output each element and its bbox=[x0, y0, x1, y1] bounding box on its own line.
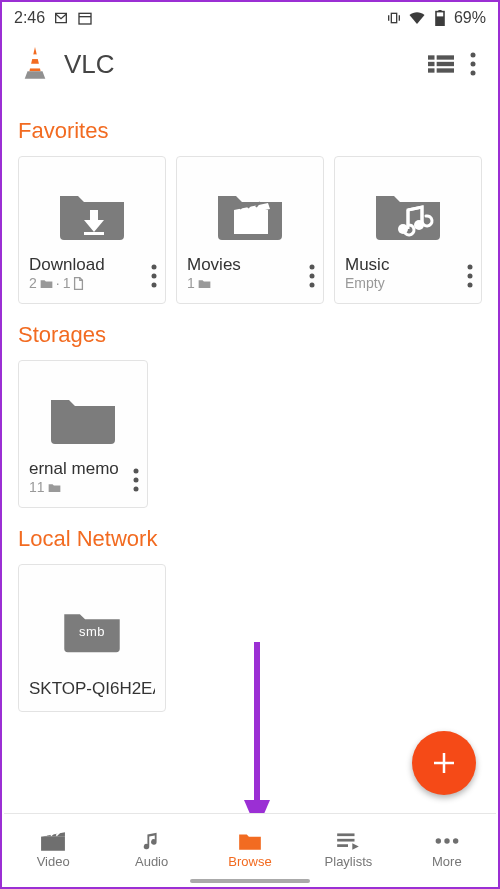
svg-point-22 bbox=[152, 265, 157, 270]
storages-row: ernal memo 11 bbox=[18, 360, 482, 508]
app-bar: VLC bbox=[2, 34, 498, 94]
svg-rect-49 bbox=[338, 833, 355, 836]
svg-point-32 bbox=[310, 283, 315, 288]
music-note-icon bbox=[139, 830, 165, 852]
calendar-icon bbox=[77, 10, 93, 26]
more-vertical-icon bbox=[309, 264, 315, 288]
card-subtitle: Empty bbox=[345, 275, 471, 291]
svg-rect-2 bbox=[391, 13, 396, 22]
storage-internal[interactable]: ernal memo 11 bbox=[18, 360, 148, 508]
clapper-icon bbox=[40, 830, 66, 852]
svg-marker-52 bbox=[353, 843, 360, 850]
folder-icon bbox=[47, 386, 119, 446]
network-share[interactable]: smb SKTOP-QI6H2EA bbox=[18, 564, 166, 712]
svg-rect-10 bbox=[30, 64, 40, 69]
svg-point-24 bbox=[152, 283, 157, 288]
nav-video[interactable]: Video bbox=[4, 814, 102, 885]
gesture-indicator bbox=[190, 879, 310, 883]
svg-rect-44 bbox=[41, 837, 65, 851]
favorite-music[interactable]: Music Empty bbox=[334, 156, 482, 304]
nav-audio[interactable]: Audio bbox=[102, 814, 200, 885]
nav-label: Playlists bbox=[325, 854, 373, 869]
card-subtitle: 11 bbox=[29, 479, 137, 495]
battery-icon bbox=[432, 10, 448, 26]
svg-point-39 bbox=[134, 469, 139, 474]
playlist-icon bbox=[335, 830, 361, 852]
more-vertical-icon bbox=[151, 264, 157, 288]
svg-rect-14 bbox=[428, 62, 435, 66]
favorites-row: Download 2 · 1 bbox=[18, 156, 482, 304]
svg-point-54 bbox=[444, 838, 449, 843]
card-label: SKTOP-QI6H2EA bbox=[29, 679, 155, 699]
svg-point-36 bbox=[468, 265, 473, 270]
card-more-button[interactable] bbox=[145, 258, 163, 297]
favorite-movies[interactable]: Movies 1 bbox=[176, 156, 324, 304]
card-label: Movies bbox=[187, 255, 313, 275]
app-title: VLC bbox=[64, 49, 115, 80]
section-favorites-title: Favorites bbox=[18, 118, 482, 144]
nav-more[interactable]: More bbox=[398, 814, 496, 885]
bottom-nav: Video Audio Browse Playlists More bbox=[4, 813, 496, 885]
vibrate-icon bbox=[386, 10, 402, 26]
network-protocol-label: smb bbox=[79, 624, 105, 639]
svg-marker-11 bbox=[25, 72, 46, 80]
gmail-icon bbox=[53, 10, 69, 26]
svg-rect-21 bbox=[84, 232, 104, 235]
view-toggle-button[interactable] bbox=[420, 45, 462, 83]
more-vertical-icon bbox=[133, 468, 139, 492]
status-battery: 69% bbox=[454, 9, 486, 27]
card-more-button[interactable] bbox=[127, 462, 145, 501]
card-subtitle: 2 · 1 bbox=[29, 275, 155, 291]
network-row: smb SKTOP-QI6H2EA bbox=[18, 564, 482, 712]
section-storages-title: Storages bbox=[18, 322, 482, 348]
more-horizontal-icon bbox=[434, 830, 460, 852]
nav-browse[interactable]: Browse bbox=[201, 814, 299, 885]
svg-point-55 bbox=[453, 838, 458, 843]
svg-rect-0 bbox=[79, 13, 91, 24]
svg-point-20 bbox=[471, 71, 476, 76]
card-label: ernal memo bbox=[29, 459, 137, 479]
svg-rect-9 bbox=[31, 55, 39, 60]
svg-point-31 bbox=[310, 274, 315, 279]
svg-rect-13 bbox=[437, 55, 454, 59]
svg-point-37 bbox=[468, 274, 473, 279]
svg-point-38 bbox=[468, 283, 473, 288]
svg-rect-7 bbox=[436, 16, 444, 25]
svg-point-41 bbox=[134, 487, 139, 492]
card-subtitle: 1 bbox=[187, 275, 313, 291]
nav-label: Browse bbox=[228, 854, 271, 869]
svg-rect-16 bbox=[428, 68, 435, 72]
svg-point-23 bbox=[152, 274, 157, 279]
section-network-title: Local Network bbox=[18, 526, 482, 552]
folder-music-icon bbox=[372, 182, 444, 242]
fab-add-button[interactable] bbox=[412, 731, 476, 795]
status-bar: 2:46 69% bbox=[2, 2, 498, 34]
favorite-download[interactable]: Download 2 · 1 bbox=[18, 156, 166, 304]
svg-rect-17 bbox=[437, 68, 454, 72]
nav-label: Video bbox=[37, 854, 70, 869]
card-label: Music bbox=[345, 255, 471, 275]
svg-rect-51 bbox=[338, 844, 349, 847]
more-options-button[interactable] bbox=[462, 44, 484, 84]
svg-rect-6 bbox=[438, 10, 441, 12]
svg-point-18 bbox=[471, 53, 476, 58]
svg-point-19 bbox=[471, 62, 476, 67]
more-vertical-icon bbox=[467, 264, 473, 288]
folder-icon bbox=[237, 830, 263, 852]
svg-line-46 bbox=[46, 832, 49, 835]
svg-rect-15 bbox=[437, 62, 454, 66]
vlc-logo-icon bbox=[20, 45, 50, 83]
svg-point-53 bbox=[435, 838, 440, 843]
folder-download-icon bbox=[56, 182, 128, 242]
card-more-button[interactable] bbox=[303, 258, 321, 297]
plus-icon bbox=[429, 748, 459, 778]
svg-rect-50 bbox=[338, 839, 355, 842]
nav-label: More bbox=[432, 854, 462, 869]
card-more-button[interactable] bbox=[461, 258, 479, 297]
svg-point-30 bbox=[310, 265, 315, 270]
nav-playlists[interactable]: Playlists bbox=[299, 814, 397, 885]
card-label: Download bbox=[29, 255, 155, 275]
folder-movies-icon bbox=[214, 182, 286, 242]
svg-rect-12 bbox=[428, 55, 435, 59]
status-time: 2:46 bbox=[14, 9, 45, 27]
